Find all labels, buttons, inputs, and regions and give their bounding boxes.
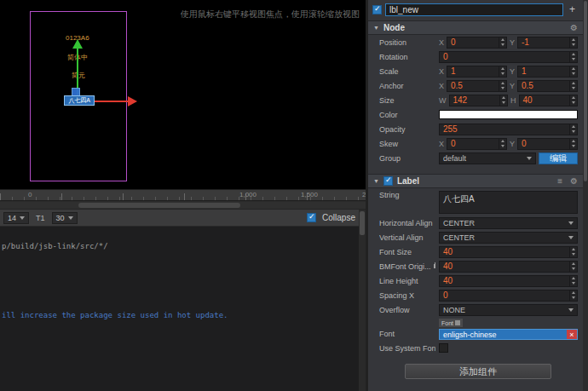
w-axis-label: W bbox=[439, 96, 447, 105]
collapse-triangle-icon[interactable]: ▼ bbox=[373, 178, 379, 184]
scale-y-input[interactable]: 1 bbox=[517, 66, 578, 78]
size-h-input[interactable]: 40 bbox=[519, 95, 579, 106]
scene-ruler: 0 1,000 1,500 2,000 bbox=[0, 189, 366, 201]
stepper-icon[interactable] bbox=[499, 139, 506, 149]
opacity-input[interactable]: 255 bbox=[439, 124, 578, 135]
scale-x-value: 1 bbox=[447, 66, 499, 76]
font-size-value: 40 bbox=[440, 247, 569, 256]
stepper-icon[interactable] bbox=[569, 139, 577, 149]
size-w-input[interactable]: 142 bbox=[449, 95, 509, 106]
anchor-y-input[interactable]: 0.5 bbox=[517, 80, 578, 92]
position-y-input[interactable]: -1 bbox=[517, 37, 578, 49]
node-section-header[interactable]: ▼ Node ⚙ bbox=[368, 20, 588, 35]
anchor-y-value: 0.5 bbox=[518, 81, 569, 90]
console-scrollbar-thumb[interactable] bbox=[360, 211, 365, 235]
inspector-scrollbar-thumb[interactable] bbox=[584, 1, 587, 181]
stepper-icon[interactable] bbox=[569, 81, 577, 91]
scene-view[interactable]: 使用鼠标右键平移视图焦点，使用滚轮缩放视图 0123A6 简体中 简元 八七四A bbox=[0, 0, 366, 189]
stepper-icon[interactable] bbox=[569, 276, 577, 286]
stepper-icon[interactable] bbox=[569, 124, 577, 135]
font-size-label: Font Size bbox=[379, 248, 435, 256]
string-label: String bbox=[379, 191, 435, 199]
use-system-font-checkbox[interactable] bbox=[439, 343, 448, 353]
rotation-input[interactable]: 0 bbox=[439, 51, 578, 63]
add-component-button[interactable]: 添加组件 bbox=[405, 364, 551, 379]
collapse-checkbox[interactable] bbox=[307, 213, 316, 222]
line-height-label: Line Height bbox=[379, 277, 435, 285]
stepper-icon[interactable] bbox=[499, 66, 506, 77]
close-icon[interactable]: × bbox=[567, 330, 577, 339]
overflow-select[interactable]: NONE bbox=[439, 304, 578, 316]
stepper-icon[interactable] bbox=[499, 81, 506, 91]
position-x-input[interactable]: 0 bbox=[447, 37, 507, 49]
label-section-header[interactable]: ▼ Label ≡ ⚙ bbox=[368, 174, 588, 188]
color-row: Color bbox=[368, 107, 588, 122]
bmfont-original-input[interactable]: 40 bbox=[439, 261, 578, 273]
stepper-icon[interactable] bbox=[499, 95, 507, 106]
console-vertical-scrollbar[interactable] bbox=[359, 210, 366, 391]
asset-type-icon bbox=[455, 320, 460, 325]
spacing-x-input[interactable]: 0 bbox=[439, 290, 578, 302]
group-select[interactable]: default bbox=[439, 152, 536, 164]
y-axis-label: Y bbox=[510, 38, 515, 47]
scale-row: Scale X 1 Y 1 bbox=[368, 64, 588, 78]
node-name-row: lbl_new + bbox=[368, 0, 588, 16]
gear-icon[interactable]: ⚙ bbox=[570, 23, 578, 32]
label-enabled-checkbox[interactable] bbox=[383, 176, 393, 186]
horizontal-align-select[interactable]: CENTER bbox=[439, 217, 578, 229]
node-active-checkbox[interactable] bbox=[372, 5, 382, 14]
string-textarea[interactable]: 八七四A bbox=[439, 191, 578, 214]
vertical-align-select[interactable]: CENTER bbox=[439, 232, 578, 244]
stepper-icon[interactable] bbox=[569, 66, 577, 77]
stepper-icon[interactable] bbox=[569, 37, 577, 48]
scene-hint-text: 使用鼠标右键平移视图焦点，使用滚轮缩放视图 bbox=[181, 9, 360, 20]
stepper-icon[interactable] bbox=[499, 37, 506, 48]
stepper-icon[interactable] bbox=[569, 290, 577, 301]
color-swatch[interactable] bbox=[439, 110, 578, 119]
font-asset-value: enligsh-chinese bbox=[440, 331, 567, 339]
stepper-icon[interactable] bbox=[569, 262, 577, 272]
scale-y-value: 1 bbox=[518, 66, 569, 76]
stepper-icon[interactable] bbox=[569, 52, 577, 62]
font-size-dropdown[interactable]: 14 bbox=[3, 212, 29, 224]
lock-icon[interactable] bbox=[434, 264, 435, 268]
horizontal-align-label: Horizontal Align bbox=[379, 219, 435, 227]
scale-x-input[interactable]: 1 bbox=[447, 66, 507, 78]
horizontal-align-value: CENTER bbox=[443, 219, 568, 227]
inspector-scrollbar[interactable] bbox=[583, 0, 588, 391]
spacing-x-row: Spacing X 0 bbox=[368, 288, 588, 302]
stepper-icon[interactable] bbox=[569, 95, 577, 106]
line-height-input[interactable]: 40 bbox=[439, 275, 578, 287]
gizmo-x-axis-arrow-icon[interactable] bbox=[128, 96, 137, 106]
anchor-x-input[interactable]: 0.5 bbox=[447, 80, 507, 92]
horizontal-scrollbar[interactable] bbox=[0, 202, 366, 210]
add-icon[interactable]: + bbox=[567, 3, 578, 15]
collapse-triangle-icon[interactable]: ▼ bbox=[373, 25, 379, 31]
text-tool-button[interactable]: T1 bbox=[33, 214, 48, 222]
chevron-down-icon bbox=[527, 157, 532, 160]
line-height-row: Line Height 40 bbox=[368, 273, 588, 288]
console-output[interactable]: p/build/jsb-link/src/*/ ill increase the… bbox=[0, 227, 366, 390]
x-axis-label: X bbox=[439, 82, 444, 90]
font-row: Font Font enligsh-chinese × bbox=[368, 317, 588, 341]
opacity-row: Opacity 255 bbox=[368, 122, 588, 136]
rotation-value: 0 bbox=[440, 52, 569, 61]
horizontal-scrollbar-thumb[interactable] bbox=[78, 203, 240, 208]
group-edit-button[interactable]: 编辑 bbox=[539, 152, 578, 164]
gear-icon[interactable]: ⚙ bbox=[570, 176, 578, 186]
rotation-row: Rotation 0 bbox=[368, 49, 588, 64]
selected-node[interactable]: 八七四A bbox=[64, 95, 95, 106]
scene-node-label[interactable]: 简元 bbox=[72, 71, 85, 80]
gizmo-y-axis-arrow-icon[interactable] bbox=[72, 39, 83, 49]
font-asset-field[interactable]: enligsh-chinese × bbox=[439, 329, 578, 340]
node-name-input[interactable]: lbl_new bbox=[385, 3, 563, 16]
font-size-input[interactable]: 40 bbox=[439, 246, 578, 258]
spacing-x-value: 0 bbox=[440, 290, 569, 300]
skew-y-input[interactable]: 0 bbox=[517, 138, 578, 150]
docs-icon[interactable]: ≡ bbox=[557, 176, 562, 186]
group-value: default bbox=[443, 154, 527, 163]
x-axis-label: X bbox=[439, 38, 444, 47]
stepper-icon[interactable] bbox=[569, 247, 577, 257]
skew-x-input[interactable]: 0 bbox=[447, 138, 507, 150]
line-height-dropdown[interactable]: 30 bbox=[52, 212, 78, 224]
